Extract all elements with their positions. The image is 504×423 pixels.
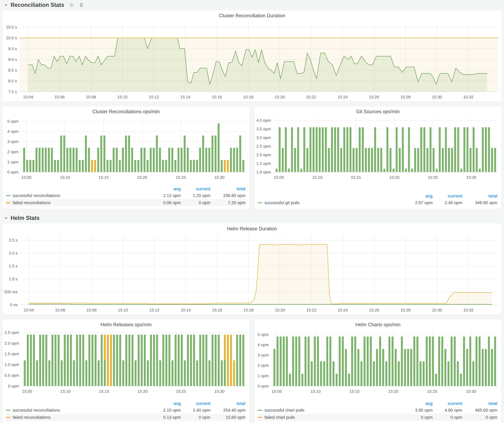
svg-text:2.5 s: 2.5 s — [9, 238, 18, 242]
panel-title[interactable]: Cluster Reconciliation Duration — [3, 10, 501, 19]
svg-text:15:05: 15:05 — [21, 175, 31, 180]
svg-text:15:28: 15:28 — [400, 95, 410, 99]
svg-text:15:06: 15:06 — [55, 308, 65, 312]
svg-text:15:30: 15:30 — [466, 175, 476, 180]
svg-text:3 opm: 3 opm — [7, 139, 18, 144]
svg-text:15:32: 15:32 — [463, 95, 474, 99]
legend-sort-current[interactable]: current — [433, 194, 462, 199]
series-color-dash-icon — [258, 410, 262, 411]
panel-title[interactable]: Git Sources ops/min — [254, 106, 501, 115]
svg-text:1.5 s: 1.5 s — [9, 264, 18, 268]
svg-text:10.5 s: 10.5 s — [6, 25, 17, 29]
panel-helm-charts-opm: Helm Charts ops/min 15:0515:1015:1515:20… — [254, 319, 502, 423]
legend-sort-avg[interactable]: avg — [153, 401, 181, 406]
legend-value: 0 opm — [433, 415, 462, 420]
legend-sort-avg[interactable]: avg — [405, 401, 433, 406]
svg-text:7.5 s: 7.5 s — [8, 89, 17, 94]
panel-title[interactable]: Cluster Reconciliations ops/min — [3, 106, 250, 115]
helm-release-duration-plot[interactable]: 15:0415:0615:0815:1015:1215:1415:1615:18… — [3, 233, 501, 313]
svg-text:15:26: 15:26 — [369, 95, 379, 99]
section-header-helm-stats: Helm Stats — [0, 213, 504, 223]
svg-text:10.0 s: 10.0 s — [6, 35, 17, 40]
svg-text:15:15: 15:15 — [98, 175, 109, 180]
legend-value: 7.20 opm — [210, 200, 246, 205]
svg-text:1 opm: 1 opm — [258, 373, 269, 378]
legend-sort-current[interactable]: current — [433, 401, 462, 406]
cluster-reconciliations-opm-plot[interactable]: 15:0515:1015:1515:2015:2515:300 opm1 opm… — [3, 115, 250, 181]
legend-sort-total[interactable]: total — [462, 194, 497, 199]
svg-text:0 ns: 0 ns — [10, 302, 18, 307]
panel-title[interactable]: Helm Releases ops/min — [3, 319, 250, 329]
trash-icon[interactable] — [79, 2, 84, 7]
svg-text:2.0 opm: 2.0 opm — [5, 341, 19, 346]
legend-series-label[interactable]: successful reconciliations — [13, 193, 60, 198]
svg-text:2 opm: 2 opm — [7, 150, 18, 154]
legend-value: 254.40 opm — [210, 408, 246, 413]
legend-sort-avg[interactable]: avg — [153, 187, 181, 191]
legend-series-label[interactable]: successful chart pulls — [264, 408, 305, 413]
cluster-reconciliation-duration-plot[interactable]: 15:0415:0615:0815:1015:1215:1415:1615:18… — [3, 19, 501, 100]
svg-text:15:05: 15:05 — [274, 175, 284, 180]
chevron-down-icon[interactable] — [4, 3, 8, 7]
series-color-dash-icon — [6, 202, 11, 203]
legend-series-label[interactable]: successful git pulls — [264, 200, 300, 205]
legend-value: 346.80 opm — [462, 200, 497, 205]
svg-text:15:25: 15:25 — [428, 175, 438, 180]
svg-text:1.5 opm: 1.5 opm — [256, 161, 271, 166]
legend-sort-total[interactable]: total — [210, 401, 246, 406]
svg-text:15:22: 15:22 — [306, 95, 316, 99]
svg-text:15:16: 15:16 — [212, 308, 222, 312]
svg-text:15:12: 15:12 — [149, 308, 159, 312]
legend-value: 4.80 opm — [433, 408, 462, 413]
svg-text:15:25: 15:25 — [176, 389, 186, 394]
svg-text:500 ms: 500 ms — [4, 289, 18, 294]
svg-text:8.0 s: 8.0 s — [8, 79, 17, 83]
legend-sort-total[interactable]: total — [462, 401, 497, 406]
legend-value: 2.40 opm — [433, 200, 462, 205]
svg-text:9.0 s: 9.0 s — [8, 57, 17, 62]
panel-title[interactable]: Helm Release Duration — [3, 223, 501, 233]
svg-text:15:30: 15:30 — [214, 175, 224, 180]
svg-text:15:15: 15:15 — [349, 389, 360, 394]
helm-releases-opm-plot[interactable]: 15:0515:1015:1515:2015:2515:300 opm0.5 o… — [3, 329, 250, 395]
legend-value: 1.20 opm — [181, 193, 210, 198]
legend-series-label[interactable]: failed chart pulls — [264, 415, 295, 420]
axis-labels: 15:0415:0615:0815:1015:1215:1415:1615:18… — [4, 238, 474, 312]
svg-text:3 opm: 3 opm — [258, 353, 269, 358]
svg-text:15:20: 15:20 — [388, 389, 398, 394]
legend-value: 2.10 opm — [153, 408, 181, 413]
upgrade duration-area — [29, 244, 492, 305]
panel-title[interactable]: Helm Charts ops/min — [254, 319, 501, 329]
legend-sort-total[interactable]: total — [210, 187, 246, 191]
svg-text:15:12: 15:12 — [149, 95, 159, 99]
helm-charts-opm-plot[interactable]: 15:0515:1015:1515:2015:2515:300 opm1 opm… — [254, 329, 501, 395]
legend-sort-avg[interactable]: avg — [405, 194, 433, 199]
svg-text:15:10: 15:10 — [60, 175, 70, 180]
legend-value: 0.06 opm — [153, 200, 181, 205]
legend-sort-current[interactable]: current — [181, 187, 210, 191]
bars — [24, 335, 244, 386]
svg-text:15:08: 15:08 — [86, 308, 97, 312]
section-title[interactable]: Helm Stats — [11, 215, 40, 221]
legend: avgcurrenttotalsuccessful git pulls2.87 … — [254, 192, 501, 209]
gear-icon[interactable] — [69, 2, 74, 8]
legend-sort-current[interactable]: current — [181, 401, 210, 406]
svg-text:5 opm: 5 opm — [258, 332, 269, 337]
svg-text:8.5 s: 8.5 s — [8, 68, 17, 73]
git-sources-opm-plot[interactable]: 15:0515:1015:1515:2015:2515:301.0 opm1.5… — [254, 115, 501, 181]
svg-text:15:08: 15:08 — [86, 95, 96, 99]
section-title[interactable]: Reconciliation Stats — [11, 2, 64, 8]
legend-series-label[interactable]: successful reconciliations — [13, 408, 60, 413]
svg-text:15:30: 15:30 — [432, 95, 442, 99]
bars — [274, 337, 496, 386]
svg-text:15:10: 15:10 — [312, 175, 323, 180]
legend-series-label[interactable]: failed reconciliations — [13, 200, 50, 205]
svg-text:15:20: 15:20 — [275, 95, 285, 99]
legend-header-row: avgcurrenttotal — [6, 400, 246, 407]
chevron-down-icon[interactable] — [4, 216, 8, 220]
svg-text:15:25: 15:25 — [176, 175, 186, 180]
legend-series-label[interactable]: failed reconciliations — [13, 415, 50, 420]
svg-text:0 opm: 0 opm — [7, 170, 18, 174]
svg-text:15:04: 15:04 — [23, 95, 33, 99]
svg-text:15:20: 15:20 — [275, 308, 285, 312]
